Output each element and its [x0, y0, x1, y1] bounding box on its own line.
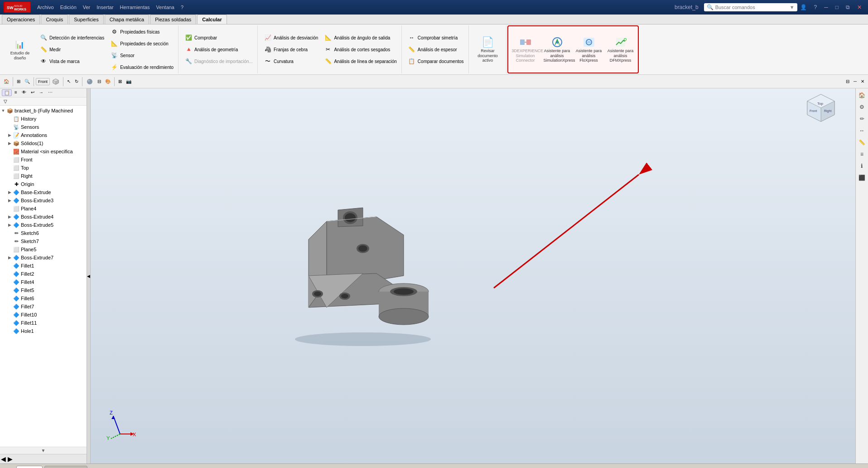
list-item[interactable]: 🔷 Fillet4 [0, 278, 87, 286]
restore-button[interactable]: ⧉ [843, 3, 853, 11]
btn-analisis-geo[interactable]: 🔺 Análisis de geometría [182, 44, 255, 55]
btn-vista-marca[interactable]: 👁 Vista de marca [37, 56, 106, 67]
list-item[interactable]: ▶ 🔷 Boss-Extrude5 [0, 221, 87, 229]
list-item[interactable]: ▶ 📝 Annotations [0, 131, 87, 139]
item-expand-sketch6[interactable] [6, 230, 13, 236]
nav-cube[interactable]: Top Right Front [803, 92, 839, 129]
list-item[interactable]: ✚ Origin [0, 180, 87, 188]
menu-herramientas[interactable]: Herramientas [117, 4, 153, 11]
item-expand-right[interactable] [6, 173, 13, 179]
tb-view-front[interactable]: Front [36, 78, 50, 85]
item-expand-sketch7[interactable] [6, 238, 13, 244]
btn-estudio-diseno[interactable]: 📊 Estudio de diseño [5, 37, 35, 62]
item-expand-fillet5[interactable] [6, 287, 13, 293]
btn-espesor[interactable]: 📏 Análisis de espesor [405, 44, 466, 55]
help-icon[interactable]: ? [811, 3, 820, 11]
rs-btn-markup[interactable]: ✏ [857, 114, 867, 124]
list-item[interactable]: 🔷 Fillet1 [0, 262, 87, 270]
menu-archivo[interactable]: Archivo [34, 4, 57, 11]
rs-btn-home[interactable]: 🏠 [857, 90, 867, 100]
item-expand-fillet1[interactable] [6, 263, 13, 269]
tb-btn-section[interactable]: ⊠ [116, 78, 124, 85]
btn-analisis-desv[interactable]: 📈 Análisis de desviación [261, 32, 320, 43]
btn-simulationxpress[interactable]: Asistente para análisis SimulationXpress [542, 34, 573, 64]
btn-cortes-sesgados[interactable]: ✂ Análisis de cortes sesgados [322, 44, 398, 55]
tb-btn-camera[interactable]: 📷 [124, 78, 133, 85]
item-expand-annotations[interactable]: ▶ [6, 132, 13, 138]
filter-btn-sensors[interactable]: ≡ [13, 89, 19, 96]
btn-franjas[interactable]: 🦓 Franjas de cebra [261, 44, 320, 55]
list-item[interactable]: 🔷 Fillet7 [0, 302, 87, 311]
item-expand-fillet11[interactable] [6, 320, 13, 326]
tab-chapa[interactable]: Chapa metálica [105, 15, 149, 24]
item-expand-boss3[interactable]: ▶ [6, 197, 13, 204]
rs-btn-config[interactable]: ⚙ [857, 102, 867, 112]
btn-curvatura[interactable]: 〜 Curvatura [261, 56, 320, 67]
list-item[interactable]: ⬜ Right [0, 172, 87, 180]
user-icon[interactable]: 👤 [797, 3, 810, 11]
menu-ver[interactable]: Ver [80, 4, 93, 11]
list-item[interactable]: ▶ 🔷 Boss-Extrude4 [0, 213, 87, 221]
item-expand-hole1[interactable] [6, 328, 13, 334]
tree-root[interactable]: ▼ 📦 bracket_b (Fully Machined [0, 107, 87, 115]
list-item[interactable]: 🔷 Fillet6 [0, 294, 87, 302]
list-item[interactable]: 🔷 Fillet2 [0, 270, 87, 278]
item-expand-top[interactable] [6, 165, 13, 171]
nav-next[interactable]: ▶ [7, 467, 11, 468]
tree-nav-left[interactable]: ◀ [1, 455, 6, 463]
panel-collapse-handle[interactable]: ◀ [87, 88, 91, 463]
search-input[interactable] [715, 5, 788, 10]
filter-btn-settings[interactable]: ↩ [29, 89, 36, 96]
filter-funnel[interactable]: ▽ [2, 98, 9, 104]
tb-btn-zoom-in[interactable]: 🔍 [23, 78, 32, 85]
tb-btn-rotate[interactable]: ↻ [73, 78, 80, 85]
item-expand-plane4[interactable] [6, 205, 13, 212]
list-item[interactable]: 📋 History [0, 115, 87, 123]
tb-btn-material[interactable]: 🎨 [103, 78, 112, 85]
filter-btn-forward[interactable]: → [37, 89, 45, 96]
btn-prop-fisicas[interactable]: ⚙ Propiedades físicas [108, 26, 175, 37]
item-expand-front[interactable] [6, 156, 13, 163]
root-expand[interactable]: ▼ [0, 107, 6, 114]
btn-prop-seccion[interactable]: 📐 Propiedades de sección [108, 38, 175, 49]
tb-view-cube[interactable] [50, 77, 61, 86]
rs-btn-compare[interactable]: ↔ [857, 126, 867, 136]
list-item[interactable]: 📡 Sensors [0, 123, 87, 131]
tb-btn-close-viewport[interactable]: ✕ [859, 78, 866, 85]
item-expand-history[interactable] [6, 116, 13, 122]
rs-btn-measure[interactable]: 📏 [857, 137, 867, 147]
item-expand-fillet6[interactable] [6, 295, 13, 302]
btn-evaluacion[interactable]: ⚡ Evaluación de rendimiento [108, 62, 175, 73]
maximize-button[interactable]: □ [833, 3, 841, 11]
rs-btn-layers[interactable]: ⬛ [857, 173, 867, 183]
btn-revisar[interactable]: 📄 Revisar documento activo [473, 34, 503, 64]
list-item[interactable]: ▶ 🔷 Base-Extrude [0, 188, 87, 196]
tab-model[interactable]: Modelo [16, 466, 43, 468]
item-expand-plane5[interactable] [6, 246, 13, 253]
tb-btn-panels[interactable]: ⊟ [844, 78, 851, 85]
menu-ventana[interactable]: Ventana [154, 4, 177, 11]
tb-btn-shading[interactable] [84, 77, 95, 86]
list-item[interactable]: 🧱 Material <sin especifica [0, 147, 87, 156]
item-expand-boss4[interactable]: ▶ [6, 214, 13, 220]
item-expand-fillet10[interactable] [6, 312, 13, 318]
close-button[interactable]: ✕ [854, 3, 864, 11]
item-expand-origin[interactable] [6, 181, 13, 187]
tb-btn-select[interactable]: ↖ [65, 78, 72, 85]
btn-comparar-docs[interactable]: 📋 Comparar documentos [405, 56, 466, 67]
btn-3dexperience[interactable]: 3DEXPERIENCE Simulation Connector [510, 34, 541, 64]
tab-operaciones[interactable]: Operaciones [2, 15, 40, 24]
nav-prev[interactable]: ◀ [2, 467, 6, 468]
item-expand-boss5[interactable]: ▶ [6, 222, 13, 228]
item-expand-fillet7[interactable] [6, 303, 13, 310]
tb-btn-home[interactable]: 🏠 [2, 78, 11, 85]
menu-help[interactable]: ? [178, 4, 186, 11]
item-expand-boss7[interactable]: ▶ [6, 254, 13, 261]
tab-motion[interactable]: Motion Study 1 [44, 466, 87, 468]
filter-btn-more[interactable]: ⋯ [46, 89, 54, 96]
list-item[interactable]: ▶ 🔷 Boss-Extrude7 [0, 253, 87, 262]
menu-edicion[interactable]: Edición [58, 4, 79, 11]
tb-btn-minimize-ribbon[interactable]: ─ [852, 78, 858, 85]
item-expand-fillet4[interactable] [6, 279, 13, 285]
rs-btn-list[interactable]: ≡ [857, 149, 867, 159]
